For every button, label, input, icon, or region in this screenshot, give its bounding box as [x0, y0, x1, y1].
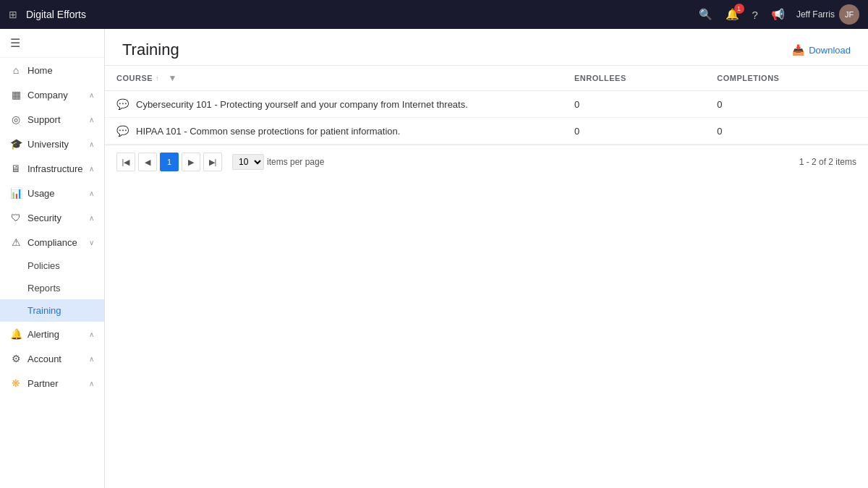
- avatar: JF: [839, 4, 859, 25]
- sidebar: ☰ ⌂ Home ▦ Company ∧ ◎ Support ∧: [0, 29, 105, 488]
- pagination-controls: |◀ ◀ 1 ▶ ▶| 10 25 50 items per page: [116, 153, 324, 171]
- home-icon: ⌂: [10, 64, 22, 76]
- sidebar-label-usage: Usage: [27, 188, 55, 199]
- filter-icon[interactable]: ▼: [169, 73, 177, 83]
- course-icon-1: 💬: [116, 98, 129, 110]
- topbar: ⊞ Digital Efforts 🔍 🔔 1 ? 📢 Jeff Farris …: [0, 0, 868, 29]
- course-cell-1: 💬 Cybersecurity 101 - Protecting yoursel…: [105, 91, 563, 118]
- layout: ☰ ⌂ Home ▦ Company ∧ ◎ Support ∧: [0, 29, 868, 488]
- sort-icon[interactable]: ↑: [156, 74, 160, 82]
- grid-icon: ⊞: [9, 9, 17, 20]
- search-button[interactable]: 🔍: [697, 7, 714, 22]
- enrollees-col-label: ENROLLEES: [574, 74, 626, 82]
- account-icon: ⚙: [10, 353, 22, 364]
- col-header-enrollees: ENROLLEES: [563, 66, 705, 91]
- sidebar-item-compliance[interactable]: ⚠ Compliance ∨: [0, 230, 104, 254]
- prev-page-button[interactable]: ◀: [138, 153, 157, 171]
- sidebar-subitem-reports[interactable]: Reports: [0, 277, 104, 299]
- completions-cell-1: 0: [705, 91, 868, 118]
- chevron-up-icon-university: ∧: [89, 140, 94, 148]
- sidebar-label-home: Home: [27, 65, 53, 76]
- download-icon: 📥: [792, 44, 804, 56]
- next-page-button[interactable]: ▶: [182, 153, 200, 171]
- company-icon: ▦: [10, 89, 22, 100]
- download-label: Download: [809, 45, 851, 56]
- chevron-down-icon-compliance: ∨: [89, 239, 94, 247]
- sidebar-item-support[interactable]: ◎ Support ∧: [0, 107, 104, 132]
- sidebar-item-usage[interactable]: 📊 Usage ∧: [0, 181, 104, 205]
- table-row: 💬 Cybersecurity 101 - Protecting yoursel…: [105, 91, 868, 118]
- sidebar-label-security: Security: [27, 213, 61, 223]
- items-per-page-selector: 10 25 50 items per page: [232, 154, 324, 170]
- sidebar-label-support: Support: [27, 114, 61, 125]
- training-table: COURSE ↑ ▼ ENROLLEES COMPLETIONS: [105, 66, 868, 145]
- infrastructure-icon: 🖥: [10, 163, 22, 174]
- sidebar-label-policies: Policies: [27, 260, 60, 271]
- sidebar-subitem-training[interactable]: Training: [0, 299, 104, 322]
- notifications-button[interactable]: 🔔 1: [724, 7, 741, 22]
- sidebar-item-partner[interactable]: ❋ Partner ∧: [0, 371, 104, 395]
- table-container: COURSE ↑ ▼ ENROLLEES COMPLETIONS: [105, 66, 868, 488]
- usage-icon: 📊: [10, 187, 22, 199]
- megaphone-button[interactable]: 📢: [770, 7, 786, 22]
- sidebar-label-infrastructure: Infrastructure: [27, 163, 83, 174]
- current-page-button[interactable]: 1: [160, 153, 179, 171]
- sidebar-label-reports: Reports: [27, 283, 61, 294]
- course-col-label: COURSE: [116, 74, 153, 82]
- course-cell-2: 💬 HIPAA 101 - Common sense protections f…: [105, 118, 563, 145]
- notification-badge: 1: [734, 4, 744, 14]
- sidebar-item-security[interactable]: 🛡 Security ∧: [0, 205, 104, 230]
- chevron-up-icon-security: ∧: [89, 214, 94, 222]
- items-per-page-label: items per page: [267, 157, 324, 167]
- first-page-button[interactable]: |◀: [116, 153, 135, 171]
- chevron-up-icon-infra: ∧: [89, 165, 94, 173]
- last-page-button[interactable]: ▶|: [203, 153, 222, 171]
- page-title: Training: [122, 40, 179, 59]
- chevron-up-icon-usage: ∧: [89, 189, 94, 197]
- download-button[interactable]: 📥 Download: [792, 44, 851, 56]
- sidebar-label-partner: Partner: [27, 378, 59, 389]
- user-menu[interactable]: Jeff Farris JF: [796, 4, 859, 25]
- sidebar-label-account: Account: [27, 354, 61, 364]
- university-icon: 🎓: [10, 138, 22, 150]
- course-name-1: Cybersecurity 101 - Protecting yourself …: [136, 99, 468, 110]
- partner-icon: ❋: [10, 377, 22, 389]
- security-icon: 🛡: [10, 212, 22, 223]
- col-header-completions: COMPLETIONS: [705, 66, 868, 91]
- chevron-up-icon-alerting: ∧: [89, 330, 94, 338]
- sidebar-subitem-policies[interactable]: Policies: [0, 254, 104, 277]
- sidebar-label-training: Training: [27, 305, 61, 316]
- pagination: |◀ ◀ 1 ▶ ▶| 10 25 50 items per page 1 - …: [105, 145, 868, 179]
- topbar-actions: 🔍 🔔 1 ? 📢 Jeff Farris JF: [697, 4, 859, 25]
- alerting-icon: 🔔: [10, 328, 22, 340]
- sidebar-label-university: University: [27, 139, 69, 150]
- chevron-up-icon: ∧: [89, 91, 94, 99]
- sidebar-item-university[interactable]: 🎓 University ∧: [0, 132, 104, 156]
- enrollees-cell-1: 0: [563, 91, 705, 118]
- support-icon: ◎: [10, 114, 22, 125]
- enrollees-cell-2: 0: [563, 118, 705, 145]
- table-row: 💬 HIPAA 101 - Common sense protections f…: [105, 118, 868, 145]
- sidebar-label-company: Company: [27, 90, 68, 100]
- completions-cell-2: 0: [705, 118, 868, 145]
- items-per-page-select[interactable]: 10 25 50: [232, 154, 264, 170]
- page-header: Training 📥 Download: [105, 29, 868, 66]
- chevron-up-icon-support: ∧: [89, 116, 94, 124]
- pagination-summary: 1 - 2 of 2 items: [799, 157, 856, 167]
- user-name-label: Jeff Farris: [796, 9, 835, 20]
- chevron-up-icon-account: ∧: [89, 355, 94, 363]
- hamburger-icon[interactable]: ☰: [0, 29, 104, 58]
- sidebar-item-alerting[interactable]: 🔔 Alerting ∧: [0, 322, 104, 346]
- compliance-icon: ⚠: [10, 236, 22, 248]
- sidebar-label-compliance: Compliance: [27, 237, 77, 248]
- course-icon-2: 💬: [116, 125, 129, 137]
- table-header-row: COURSE ↑ ▼ ENROLLEES COMPLETIONS: [105, 66, 868, 91]
- main-content: Training 📥 Download COURSE ↑ ▼: [105, 29, 868, 488]
- sidebar-item-infrastructure[interactable]: 🖥 Infrastructure ∧: [0, 156, 104, 181]
- sidebar-item-company[interactable]: ▦ Company ∧: [0, 82, 104, 107]
- sidebar-item-account[interactable]: ⚙ Account ∧: [0, 346, 104, 371]
- sidebar-item-home[interactable]: ⌂ Home: [0, 58, 104, 82]
- help-button[interactable]: ?: [751, 7, 760, 22]
- sidebar-label-alerting: Alerting: [27, 329, 59, 340]
- col-header-course: COURSE ↑ ▼: [105, 66, 563, 91]
